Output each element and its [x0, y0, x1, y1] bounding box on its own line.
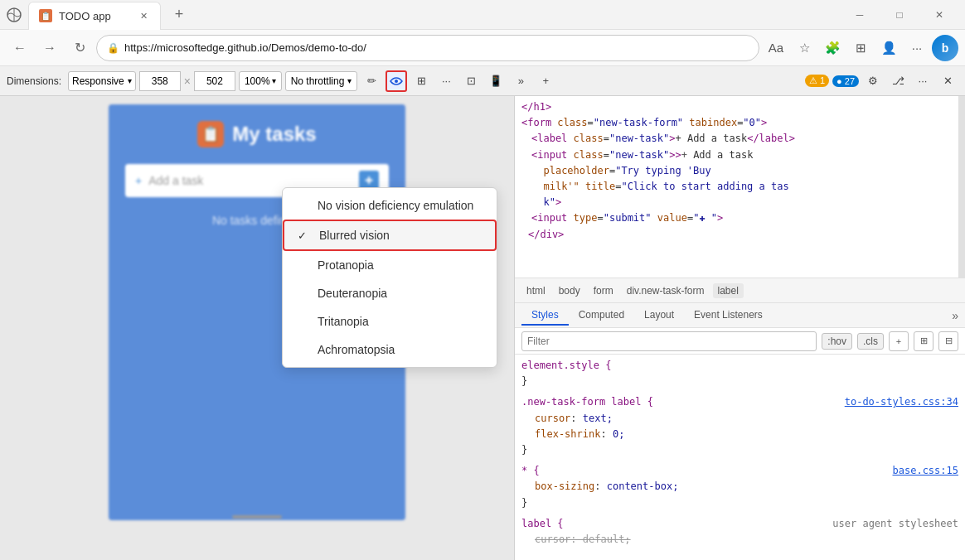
- breadcrumb: html body form div.new-task-form label: [515, 278, 965, 303]
- toggle-device-button[interactable]: ⊞: [410, 70, 432, 92]
- add-button[interactable]: +: [535, 70, 556, 92]
- code-line: <label class="new-task">+ Add a task</la…: [521, 131, 958, 147]
- code-line: placeholder="Try typing 'Buy: [521, 163, 958, 179]
- settings-gear-button[interactable]: ⚙: [862, 70, 884, 92]
- breadcrumb-html[interactable]: html: [521, 283, 550, 298]
- more-tools-button[interactable]: ···: [435, 70, 457, 92]
- filter-add-button[interactable]: +: [889, 331, 909, 351]
- add-task-placeholder: Add a task: [148, 174, 352, 187]
- info-badge: ● 27: [832, 75, 859, 87]
- tab-event-listeners[interactable]: Event Listeners: [684, 306, 773, 326]
- filter-force-button[interactable]: ⊞: [914, 331, 933, 351]
- dimensions-label: Dimensions:: [7, 75, 61, 87]
- devtools-panel: </h1> <form class="new-task-form" tabind…: [514, 96, 965, 560]
- css-block-new-task-form: .new-task-form label { to-do-styles.css:…: [521, 394, 958, 458]
- refresh-button[interactable]: ↻: [66, 35, 93, 61]
- vertical-scrollbar-code[interactable]: [958, 96, 965, 278]
- breadcrumb-label[interactable]: label: [713, 283, 744, 298]
- title-bar: 📋 TODO app ✕ + ─ □ ✕: [0, 0, 965, 30]
- more-tabs-button[interactable]: »: [952, 309, 958, 322]
- throttle-select[interactable]: No throttling ▾: [285, 71, 358, 91]
- css-link-todo[interactable]: to-do-styles.css:34: [845, 394, 958, 410]
- dimension-separator: ×: [184, 75, 191, 88]
- browser-window: 📋 TODO app ✕ + ─ □ ✕ ← → ↻ 🔒 https://mic…: [0, 0, 965, 560]
- device-button[interactable]: 📱: [485, 70, 507, 92]
- dropdown-item-blurred[interactable]: ✓ Blurred vision: [283, 220, 497, 251]
- favorites-button[interactable]: ☆: [791, 35, 817, 61]
- item-label: Protanopia: [318, 258, 483, 272]
- css-link-base[interactable]: base.css:15: [893, 463, 958, 479]
- pencil-button[interactable]: ✏: [361, 70, 382, 92]
- dropdown-item-deuteranopia[interactable]: Deuteranopia: [283, 279, 497, 307]
- height-input[interactable]: [194, 71, 235, 91]
- expand-button[interactable]: »: [510, 70, 531, 92]
- app-icon: 📋: [197, 121, 224, 147]
- dropdown-item-protanopia[interactable]: Protanopia: [283, 251, 497, 279]
- css-line: }: [521, 495, 958, 511]
- back-button[interactable]: ←: [7, 35, 33, 61]
- extensions-button[interactable]: 🧩: [819, 35, 846, 61]
- filter-toggle-button[interactable]: ⊟: [938, 331, 958, 351]
- window-controls: ─ □ ✕: [841, 2, 958, 28]
- browser-viewport: 📋 My tasks + Add a task ✚ No tasks defin…: [0, 96, 514, 560]
- nav-bar: ← → ↻ 🔒 https://microsoftedge.github.io/…: [0, 30, 965, 66]
- tab-close-button[interactable]: ✕: [137, 9, 150, 22]
- add-task-icon: +: [135, 174, 142, 187]
- browser-icon: [7, 7, 22, 22]
- width-input[interactable]: [139, 71, 181, 91]
- more-devtools-button[interactable]: ···: [912, 70, 933, 92]
- code-line: </div>: [521, 227, 958, 243]
- address-text: https://microsoftedge.github.io/Demos/de…: [124, 41, 749, 54]
- branch-button[interactable]: ⎇: [887, 70, 909, 92]
- tab-layout[interactable]: Layout: [634, 306, 684, 326]
- lock-icon: 🔒: [107, 42, 119, 54]
- css-line: label { user agent stylesheet: [521, 516, 958, 532]
- throttle-chevron-icon: ▾: [347, 76, 352, 85]
- emulate-button[interactable]: ⊡: [460, 70, 482, 92]
- code-line: <input class="new-task">>+ Add a task: [521, 147, 958, 163]
- code-line: <form class="new-task-form" tabindex="0"…: [521, 115, 958, 131]
- breadcrumb-body[interactable]: body: [554, 283, 585, 298]
- html-code-area: </h1> <form class="new-task-form" tabind…: [515, 96, 965, 278]
- responsive-select[interactable]: Responsive ▾: [68, 71, 136, 91]
- css-block-label: label { user agent stylesheet cursor: de…: [521, 516, 958, 548]
- breadcrumb-form[interactable]: form: [589, 283, 618, 298]
- tab-computed[interactable]: Computed: [569, 306, 634, 326]
- maximize-button[interactable]: □: [880, 2, 919, 28]
- css-line: .new-task-form label { to-do-styles.css:…: [521, 394, 958, 410]
- collections-button[interactable]: ⊞: [847, 35, 874, 61]
- app-title: My tasks: [232, 123, 316, 146]
- close-button[interactable]: ✕: [920, 2, 958, 28]
- settings-button[interactable]: ···: [904, 35, 930, 61]
- css-line: }: [521, 442, 958, 458]
- profile-button[interactable]: 👤: [875, 35, 902, 61]
- filter-input[interactable]: [521, 331, 817, 351]
- devtools-bar: Dimensions: Responsive ▾ × 100% ▾ No thr…: [0, 66, 965, 96]
- tab-styles[interactable]: Styles: [521, 306, 569, 326]
- active-tab[interactable]: 📋 TODO app ✕: [28, 2, 161, 30]
- tab-title: TODO app: [59, 10, 130, 22]
- vision-emulation-button[interactable]: [386, 70, 407, 92]
- filter-cls-button[interactable]: .cls: [857, 333, 884, 350]
- css-block-star: * { base.css:15 box-sizing: content-box;…: [521, 463, 958, 511]
- dropdown-item-tritanopia[interactable]: Tritanopia: [283, 307, 497, 336]
- css-line: cursor: text;: [521, 411, 958, 427]
- css-code-area: element.style { } .new-task-form label {…: [515, 355, 965, 560]
- item-label: Deuteranopia: [318, 287, 483, 300]
- address-bar[interactable]: 🔒 https://microsoftedge.github.io/Demos/…: [96, 35, 759, 61]
- css-block-element-style: element.style { }: [521, 358, 958, 389]
- filter-pseudo-button[interactable]: :hov: [822, 333, 852, 350]
- breadcrumb-div[interactable]: div.new-task-form: [622, 283, 710, 298]
- read-aloud-button[interactable]: Aa: [763, 35, 789, 61]
- dropdown-item-achromatopsia[interactable]: Achromatopsia: [283, 336, 497, 364]
- dropdown-item-no-deficiency[interactable]: No vision deficiency emulation: [283, 191, 497, 220]
- item-label: Achromatopsia: [318, 343, 483, 356]
- close-devtools-button[interactable]: ✕: [937, 70, 958, 92]
- horizontal-scrollbar[interactable]: [232, 515, 282, 519]
- new-tab-button[interactable]: +: [167, 3, 191, 27]
- forward-button[interactable]: →: [36, 35, 63, 61]
- css-line: }: [521, 374, 958, 389]
- minimize-button[interactable]: ─: [841, 2, 879, 28]
- zoom-select[interactable]: 100% ▾: [239, 71, 282, 91]
- code-line: milk'" title="Click to start adding a ta…: [521, 179, 958, 195]
